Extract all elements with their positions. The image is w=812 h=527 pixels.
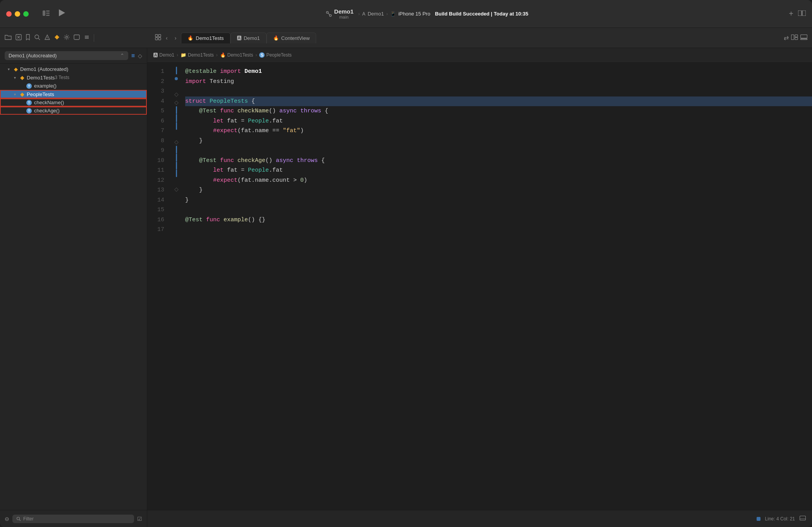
breadcrumb-item-demo1tests-folder[interactable]: 📁 Demo1Tests: [181, 52, 214, 58]
tree-item-checkage[interactable]: ▾ T checkAge(): [0, 107, 147, 115]
line-num-15: 15: [147, 205, 164, 215]
toolbar-sep: [94, 34, 94, 42]
device-name[interactable]: iPhone 15 Pro: [398, 11, 430, 17]
close-panel-icon[interactable]: [15, 34, 22, 42]
add-button[interactable]: +: [789, 9, 793, 18]
titlebar: Demo1 main › A Demo1 › 📱 iPhone 15 Pro B…: [0, 0, 812, 28]
svg-rect-25: [158, 38, 161, 40]
tree-item-example[interactable]: ▾ T example(): [0, 82, 147, 90]
svg-rect-23: [158, 34, 161, 37]
svg-rect-22: [155, 34, 158, 37]
project-selector[interactable]: Demo1 (Autocreated) ⌃: [5, 51, 128, 60]
gutter-10[interactable]: ◇: [170, 138, 182, 146]
tree-label-checkname: checkName(): [34, 100, 64, 105]
test-icon-example: T: [26, 83, 32, 89]
gear-icon[interactable]: [64, 34, 70, 42]
gutter-11: [170, 146, 182, 153]
tree-badge-demo1tests: 3 Tests: [55, 75, 69, 80]
tree-view: ▾ ◆ Demo1 (Autocreated) ▾ ◆ Demo1Tests 3…: [0, 64, 147, 510]
svg-rect-0: [43, 10, 45, 16]
code-line-4: struct PeopleTests {: [185, 96, 812, 107]
breadcrumb-item-peopletests[interactable]: S PeopleTests: [259, 52, 291, 58]
breadcrumb-label-demo1tests-folder: Demo1Tests: [188, 52, 214, 58]
panel-toggle-icon[interactable]: [800, 34, 807, 41]
tree-item-demo1tests[interactable]: ▾ ◆ Demo1Tests 3 Tests: [0, 73, 147, 82]
breadcrumb-item-demo1[interactable]: A Demo1: [153, 52, 174, 58]
gutter-13: [170, 162, 182, 169]
code-line-1: @testable import Demo1: [185, 67, 812, 77]
line-num-13: 13: [147, 185, 164, 195]
gutter-7: [170, 114, 182, 122]
bookmark-icon[interactable]: [26, 34, 30, 42]
line-num-5: 5: [147, 106, 164, 116]
tab-icon-demo1tests: 🔥: [188, 35, 193, 41]
editor-tabs: 🔥 Demo1Tests A Demo1 🔥 ContentView: [181, 33, 316, 43]
code-line-17: [185, 225, 812, 235]
svg-rect-18: [74, 35, 79, 40]
svg-rect-9: [802, 10, 806, 16]
line-num-8: 8: [147, 136, 164, 146]
line-num-10: 10: [147, 156, 164, 166]
editor-layout-icon[interactable]: [791, 34, 798, 41]
nav-forward[interactable]: ›: [172, 34, 179, 42]
editor-panel-icon[interactable]: [800, 516, 806, 522]
gutter-9: [170, 130, 182, 138]
line-num-17: 17: [147, 225, 164, 235]
editor-statusbar: Line: 4 Col: 21: [147, 510, 812, 527]
filter-options-icon[interactable]: ☑: [137, 516, 142, 522]
sidebar-settings-icon[interactable]: ⊖: [5, 516, 9, 522]
sidebar-toggle-icon[interactable]: [43, 10, 50, 18]
search-icon[interactable]: [34, 34, 40, 42]
minimize-button[interactable]: [15, 11, 20, 17]
diamond-icon[interactable]: [54, 34, 60, 41]
filter-box[interactable]: Filter: [12, 515, 134, 523]
line-num-14: 14: [147, 195, 164, 205]
tree-item-peopletests[interactable]: ▾ ◆ PeopleTests: [0, 90, 147, 98]
layout-toggle[interactable]: [798, 10, 806, 17]
sidebar-tag-icon[interactable]: ◇: [138, 53, 142, 59]
status-line-col: Line: 4 Col: 21: [765, 516, 795, 522]
code-line-10: @Test func checkAge() async throws {: [185, 156, 812, 166]
gutter-8: [170, 122, 182, 130]
svg-point-13: [35, 35, 39, 39]
svg-rect-24: [155, 38, 158, 40]
editor-breadcrumb: A Demo1 › 📁 Demo1Tests › 🔥 Demo1Tests › …: [147, 48, 812, 62]
grid-icon[interactable]: [155, 34, 161, 42]
breadcrumb-demo1[interactable]: Demo1: [368, 11, 384, 17]
jump-bar-icon[interactable]: ⇄: [784, 34, 789, 41]
gutter-6: [170, 106, 182, 114]
tree-item-checkname[interactable]: ▾ T checkName(): [0, 98, 147, 107]
tab-contentview[interactable]: 🔥 ContentView: [267, 33, 316, 43]
code-line-7: #expect(fat.name == "fat"): [185, 126, 812, 136]
rect-icon[interactable]: [74, 34, 80, 41]
maximize-button[interactable]: [23, 11, 29, 17]
tab-label-demo1: Demo1: [244, 35, 260, 41]
project-selector-chevron: ⌃: [120, 53, 124, 59]
code-content[interactable]: @testable import Demo1 import Testing st…: [182, 62, 812, 510]
tab-demo1[interactable]: A Demo1: [231, 33, 267, 43]
code-line-16: @Test func example() {}: [185, 215, 812, 225]
svg-rect-2: [46, 13, 50, 14]
breadcrumb-chevron-3: ›: [255, 52, 257, 58]
svg-point-17: [66, 36, 68, 38]
svg-line-7: [328, 13, 330, 15]
gutter: ◇ ◇ ◇: [170, 62, 182, 510]
diamond-icon: ◆: [14, 66, 18, 72]
tab-demo1tests[interactable]: 🔥 Demo1Tests: [181, 33, 230, 43]
sidebar-list-view-icon[interactable]: ≡: [131, 52, 135, 59]
gutter-16[interactable]: ◇: [170, 185, 182, 193]
tree-item-demo1-root[interactable]: ▾ ◆ Demo1 (Autocreated): [0, 65, 147, 73]
close-button[interactable]: [6, 11, 12, 17]
list-icon[interactable]: [84, 34, 90, 41]
nav-back[interactable]: ‹: [163, 34, 170, 42]
folder-icon[interactable]: [5, 34, 12, 41]
gutter-4[interactable]: ◇: [170, 90, 182, 98]
warning-icon[interactable]: [44, 34, 50, 42]
titlebar-center: Demo1 main › A Demo1 › 📱 iPhone 15 Pro B…: [65, 8, 789, 19]
gutter-5[interactable]: ◇: [170, 98, 182, 106]
run-button[interactable]: [59, 9, 65, 18]
breadcrumb-item-demo1tests-file[interactable]: 🔥 Demo1Tests: [220, 52, 253, 58]
code-line-14: }: [185, 195, 812, 205]
svg-line-14: [38, 38, 40, 40]
project-selector-label: Demo1 (Autocreated): [9, 53, 57, 59]
